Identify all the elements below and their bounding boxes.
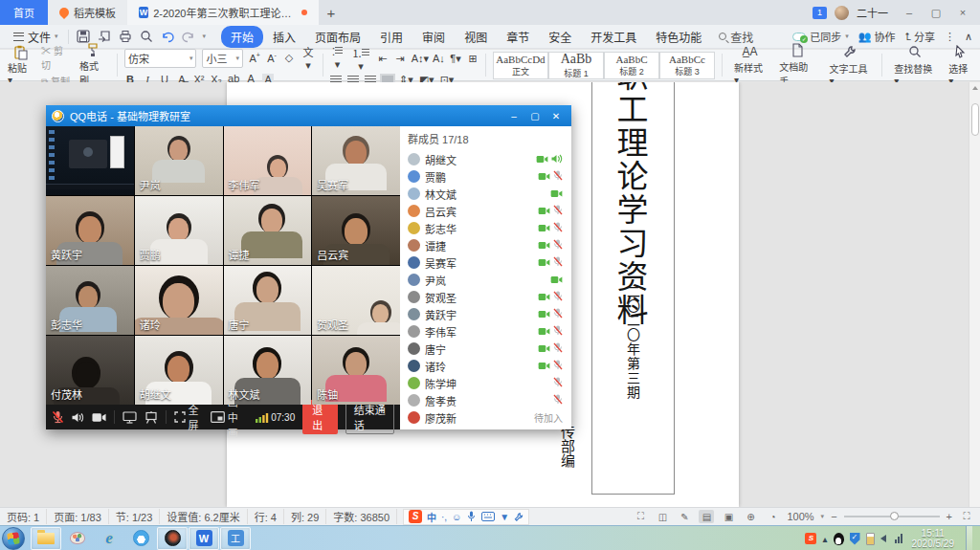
paste-button[interactable]: 粘贴 ▾ <box>4 45 36 85</box>
member-row-陈学坤[interactable]: 陈学坤 <box>400 375 571 391</box>
ime-keyboard-icon[interactable] <box>480 510 495 524</box>
taskbar-ie-icon[interactable]: e <box>94 527 124 550</box>
member-row-黄跃宇[interactable]: 黄跃宇 <box>400 306 571 322</box>
tab-home[interactable]: 首页 <box>0 0 48 25</box>
video-tile-screen-share[interactable] <box>46 126 134 195</box>
increase-font-icon[interactable]: A+ <box>249 52 260 64</box>
video-tile-尹岚[interactable]: 尹岚 <box>135 126 223 195</box>
quick-access-more-icon[interactable]: ▾ <box>203 33 207 40</box>
tab-document[interactable]: W2-2020年第三次教职工理论学习资料 <box>127 0 319 25</box>
zoom-slider[interactable] <box>844 516 940 517</box>
ime-voice-icon[interactable] <box>466 510 476 524</box>
insert-table-icon[interactable]: ⊞ <box>467 53 479 65</box>
view-eye-protect-icon[interactable]: ◔ <box>765 510 780 523</box>
taskbar-wps-icon[interactable]: W <box>189 527 219 550</box>
ime-skin-icon[interactable]: ▼ <box>500 512 509 522</box>
outdent-icon[interactable]: ⇤ <box>377 53 389 65</box>
microphone-muted-button[interactable] <box>52 410 64 425</box>
status-行[interactable]: 行: 4 <box>248 509 284 524</box>
member-row-林文斌[interactable]: 林文斌 <box>400 186 571 202</box>
ime-bar[interactable]: S 中 ·, ☺ ▼ <box>403 509 529 525</box>
member-row-尹岚[interactable]: 尹岚 <box>400 272 571 288</box>
text-direction-icon[interactable]: A↕▾ <box>412 53 427 65</box>
new-tab-button[interactable]: + <box>319 0 344 25</box>
whiteboard-button[interactable] <box>145 410 158 425</box>
redo-icon[interactable] <box>182 30 196 44</box>
tray-network-icon[interactable] <box>895 534 902 543</box>
member-row-李伟军[interactable]: 李伟军 <box>400 323 571 340</box>
menu-item-开发工具[interactable]: 开发工具 <box>581 26 646 48</box>
style-card-标题 3[interactable]: AaBbCc标题 3 <box>659 52 715 79</box>
video-tile-贺观圣[interactable]: 贺观圣 <box>312 266 400 335</box>
ime-punct-icon[interactable]: ·, <box>441 512 447 522</box>
tray-expand-icon[interactable]: ▴ <box>822 534 827 544</box>
video-tile-陈铀[interactable]: 陈铀 <box>312 336 400 405</box>
bullet-list-button[interactable]: ⁚▾ <box>330 46 345 71</box>
phonetic-guide-icon[interactable]: 文▾ <box>301 44 316 72</box>
exit-button[interactable]: 退出 <box>302 400 338 434</box>
tray-volume-icon[interactable] <box>880 535 886 542</box>
member-row-谭捷[interactable]: 谭捷 <box>400 237 571 253</box>
window-minimize-button[interactable]: – <box>896 2 923 23</box>
member-row-吕云宾[interactable]: 吕云宾 <box>400 203 571 219</box>
video-tile-诸玲[interactable]: 诸玲 <box>135 266 223 335</box>
sogou-logo-icon[interactable]: S <box>409 510 422 523</box>
member-row-吴赛军[interactable]: 吴赛军 <box>400 254 571 271</box>
qq-call-window[interactable]: QQ电话 - 基础物理教研室 – ▢ ✕ 尹岚李伟军吴赛军黄跃宇贾鹏谭捷吕云宾彭… <box>46 105 571 429</box>
ime-lang-toggle[interactable]: 中 <box>427 510 436 524</box>
collaborate-label[interactable]: 协作 <box>874 29 895 44</box>
view-fullscreen-icon[interactable]: ⛶ <box>633 510 648 523</box>
taskbar-media-app-icon[interactable] <box>157 527 188 550</box>
style-card-正文[interactable]: AaBbCcDd正文 <box>493 52 548 79</box>
tray-qq-icon[interactable] <box>834 533 844 545</box>
fit-page-icon[interactable]: ⛶ <box>959 510 974 523</box>
screen-share-button[interactable] <box>122 410 137 425</box>
status-页码[interactable]: 页码: 1 <box>0 509 47 524</box>
font-size-select[interactable]: 小三▾ <box>202 49 243 68</box>
video-tile-唐宁[interactable]: 唐宁 <box>224 266 312 335</box>
video-tile-吴赛军[interactable]: 吴赛军 <box>312 126 400 195</box>
select-button[interactable]: 选择▾ <box>944 45 976 86</box>
user-avatar[interactable] <box>835 6 849 20</box>
member-row-唐宁[interactable]: 唐宁 <box>400 341 571 357</box>
video-tile-胡继文[interactable]: 胡继文 <box>135 336 223 405</box>
qq-close-button[interactable]: ✕ <box>546 108 566 123</box>
member-row-贺观圣[interactable]: 贺观圣 <box>400 289 571 305</box>
video-tile-付茂林[interactable]: 付茂林 <box>46 336 134 405</box>
end-call-button[interactable]: 结束通话 <box>345 400 394 434</box>
ime-toolbox-icon[interactable] <box>514 510 523 524</box>
menu-item-特色功能[interactable]: 特色功能 <box>646 26 711 48</box>
taskbar-paint-icon[interactable] <box>62 527 93 550</box>
taskbar-explorer-icon[interactable] <box>31 527 61 550</box>
view-reading-icon[interactable]: ▣ <box>721 510 736 523</box>
status-节[interactable]: 节: 1/23 <box>109 509 161 524</box>
tray-manager-icon[interactable] <box>866 533 875 545</box>
view-print-layout-icon[interactable]: ▤ <box>699 510 714 523</box>
view-two-page-icon[interactable]: ◫ <box>655 510 670 523</box>
new-style-button[interactable]: A̲A新样式▾ <box>729 45 770 85</box>
print-icon[interactable] <box>119 30 133 44</box>
style-card-标题 1[interactable]: AaBb标题 1 <box>548 52 604 79</box>
collapse-ribbon-icon[interactable]: ∧ <box>965 31 972 43</box>
camera-button[interactable] <box>92 410 106 425</box>
share-button[interactable]: ⮤ <box>904 31 911 43</box>
scrollbar-thumb[interactable] <box>971 103 979 136</box>
number-list-button[interactable]: ⒈▾ <box>350 45 371 73</box>
ime-emoji-icon[interactable]: ☺ <box>452 512 461 522</box>
tray-sogou-icon[interactable]: S <box>805 533 816 544</box>
indent-icon[interactable]: ⇥ <box>394 53 406 65</box>
cut-button[interactable]: ✂ 剪切 <box>41 43 71 72</box>
collaborate-button[interactable]: 👥 <box>858 31 872 43</box>
video-tile-彭志华[interactable]: 彭志华 <box>46 266 134 335</box>
zoom-in-button[interactable]: + <box>947 511 952 522</box>
video-tile-林文斌[interactable]: 林文斌 <box>224 336 312 405</box>
doc-assistant-button[interactable]: 文档助手 <box>774 43 820 88</box>
fullscreen-button[interactable]: 全屏 <box>174 402 203 432</box>
show-marks-icon[interactable]: ¶▾ <box>450 53 461 65</box>
zoom-slider-knob[interactable] <box>890 512 899 520</box>
more-menu-icon[interactable]: ⋮ <box>945 31 955 43</box>
format-painter-button[interactable]: 格式刷 <box>76 43 110 87</box>
taskbar-clock[interactable]: 15:112020/5/29 <box>912 528 955 549</box>
show-desktop-button[interactable] <box>966 526 972 550</box>
taskbar-browser-icon[interactable] <box>125 527 156 550</box>
